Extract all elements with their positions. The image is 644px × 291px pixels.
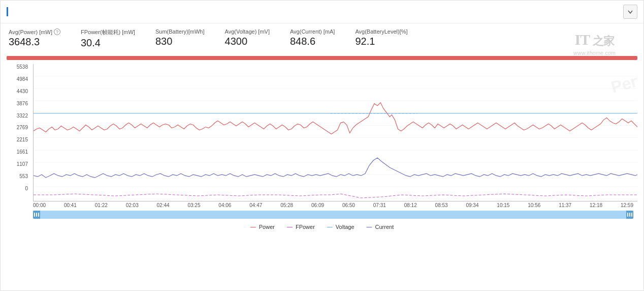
x-tick-13: 08:53	[435, 202, 448, 208]
scrollbar-handle-right[interactable]	[626, 211, 633, 219]
legend-item-fpower: — FPower	[287, 224, 315, 230]
label1-bar	[7, 56, 637, 60]
x-tick-8: 05:28	[280, 202, 293, 208]
x-tick-5: 03:25	[187, 202, 200, 208]
legend-label-1: FPower	[296, 224, 315, 230]
legend-row: — Power— FPower— Voltage— Current	[7, 219, 637, 233]
y-axis-ticks: 5538498444303876332227692215166111075530	[7, 64, 30, 191]
y-tick-8: 1107	[17, 161, 28, 167]
y-tick-10: 0	[25, 186, 28, 191]
x-tick-19: 12:59	[621, 202, 633, 208]
legend-item-voltage: — Voltage	[327, 224, 355, 230]
x-tick-1: 00:41	[64, 202, 77, 208]
stat-value-4: 848.6	[290, 36, 335, 47]
handle-lines-right	[627, 213, 632, 217]
power-line	[34, 103, 637, 134]
x-tick-3: 02:03	[126, 202, 139, 208]
x-tick-17: 11:37	[559, 202, 571, 208]
x-tick-15: 10:15	[497, 202, 509, 208]
x-axis-ticks: 00:0000:4101:2202:0302:4403:2504:0604:47…	[33, 201, 633, 208]
x-tick-7: 04:47	[249, 202, 262, 208]
y-tick-7: 1661	[17, 149, 28, 155]
stats-row: Avg(Power) [mW]?3648.3FPower(帧能耗) [mW]30…	[1, 23, 643, 52]
legend-item-power: — Power	[250, 224, 275, 230]
chart-section: 5538498444303876332227692215166111075530	[1, 52, 643, 233]
y-tick-1: 4984	[17, 76, 28, 82]
x-tick-9: 06:09	[311, 202, 324, 208]
stat-item-1: FPower(帧能耗) [mW]30.4	[81, 28, 135, 49]
y-tick-6: 2215	[17, 137, 28, 142]
y-tick-3: 3876	[17, 101, 28, 106]
stat-label-0: Avg(Power) [mW]?	[9, 28, 60, 35]
legend-label-0: Power	[259, 224, 275, 230]
handle-lines-left	[34, 213, 39, 217]
stat-value-3: 4300	[225, 36, 270, 47]
chart-svg	[34, 64, 637, 201]
title-bar-accent	[7, 7, 8, 16]
stat-value-5: 92.1	[355, 36, 407, 47]
stat-label-1: FPower(帧能耗) [mW]	[81, 28, 135, 36]
stat-item-0: Avg(Power) [mW]?3648.3	[9, 28, 60, 48]
legend-item-current: — Current	[367, 224, 394, 230]
stat-label-3: Avg(Voltage) [mV]	[225, 28, 270, 35]
stat-value-2: 830	[155, 36, 205, 47]
x-tick-2: 01:22	[95, 202, 108, 208]
scrollbar-row[interactable]	[33, 211, 633, 219]
x-tick-0: 00:00	[33, 202, 46, 208]
stat-value-0: 3648.3	[9, 36, 60, 48]
y-tick-0: 5538	[17, 64, 28, 70]
stat-label-2: Sum(Battery)[mWh]	[155, 28, 205, 35]
stat-label-5: Avg(BatteryLevel)[%]	[355, 28, 407, 35]
stat-item-5: Avg(BatteryLevel)[%]92.1	[355, 28, 407, 47]
stat-item-2: Sum(Battery)[mWh]830	[155, 28, 205, 47]
y-tick-9: 553	[19, 173, 28, 179]
x-tick-10: 06:50	[342, 202, 355, 208]
scrollbar-track[interactable]	[33, 211, 633, 219]
stat-item-3: Avg(Voltage) [mV]4300	[225, 28, 270, 47]
panel-header	[1, 1, 643, 23]
x-tick-12: 08:12	[404, 202, 417, 208]
stat-value-1: 30.4	[81, 37, 135, 49]
x-tick-16: 10:56	[528, 202, 540, 208]
x-tick-6: 04:06	[218, 202, 231, 208]
y-tick-2: 4430	[17, 89, 28, 94]
stat-item-4: Avg(Current) [mA]848.6	[290, 28, 335, 47]
panel-title-row	[7, 7, 12, 16]
x-tick-14: 09:34	[466, 202, 478, 208]
panel-dropdown-button[interactable]	[623, 5, 637, 19]
legend-label-3: Current	[375, 224, 394, 230]
info-icon-0[interactable]: ?	[54, 28, 60, 35]
legend-label-2: Voltage	[336, 224, 355, 230]
fpower-line	[34, 194, 637, 198]
chevron-down-icon	[628, 10, 633, 14]
x-tick-11: 07:31	[373, 202, 386, 208]
scrollbar-handle-left[interactable]	[33, 211, 40, 219]
chart-canvas: Perf	[33, 64, 637, 201]
y-tick-4: 3322	[17, 113, 28, 119]
x-tick-18: 12:18	[590, 202, 602, 208]
x-tick-4: 02:44	[157, 202, 170, 208]
y-tick-5: 2769	[17, 125, 28, 130]
stat-label-4: Avg(Current) [mA]	[290, 28, 335, 35]
